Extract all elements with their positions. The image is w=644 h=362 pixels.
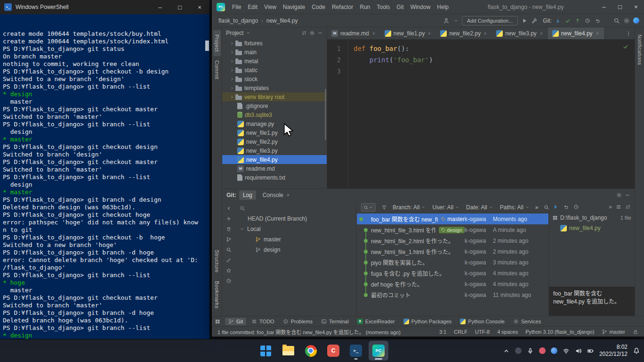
menu-file[interactable]: File — [229, 0, 244, 14]
commit-row[interactable]: piyo 関数を実装した。k-ogawa3 minutes ago — [357, 257, 548, 268]
project-item-readme-md[interactable]: readme.md — [222, 164, 327, 173]
tray-app-icon[interactable] — [515, 347, 522, 354]
volume-icon[interactable] — [575, 347, 582, 354]
build-icon[interactable] — [531, 17, 538, 24]
commit-search-field[interactable] — [361, 203, 376, 212]
powershell-terminal[interactable]: create mode 100644 templates/stock/buy.h… — [0, 14, 209, 339]
chevron-down-icon[interactable] — [246, 31, 250, 35]
more-filters[interactable]: » — [535, 204, 539, 211]
filter-branch-all[interactable]: Branch: All — [393, 204, 426, 211]
close-icon[interactable] — [427, 31, 432, 36]
filter-paths-all[interactable]: Paths: All — [500, 204, 530, 211]
project-item-templates[interactable]: templates — [222, 83, 327, 92]
commit-row[interactable]: new_html_file_2.html を作った。k-ogawa2 minut… — [357, 235, 548, 246]
chevron-right-icon[interactable] — [230, 77, 234, 82]
project-item-new-file3-py[interactable]: new_file3.py — [222, 146, 327, 155]
settings-icon[interactable] — [616, 192, 622, 198]
commit-row[interactable]: fuga を含む .py を追加した。k-ogawa4 minutes ago — [357, 268, 548, 279]
chevron-up-icon[interactable] — [503, 347, 510, 354]
battery-icon[interactable] — [587, 347, 594, 354]
editor-tab-new-file4-py[interactable]: new_file4.py — [548, 27, 604, 39]
toolwindow-button-problems[interactable]: Problems — [280, 318, 316, 325]
history-icon[interactable] — [226, 278, 232, 284]
file-explorer-taskbar-button[interactable] — [278, 341, 298, 361]
minimize-button[interactable]: – — [596, 0, 612, 14]
pycharm-taskbar-button[interactable]: PC — [369, 341, 388, 361]
toolwindow-button-python-console[interactable]: Python Console — [457, 318, 508, 325]
toolwindow-button-terminal[interactable]: Terminal — [318, 318, 352, 325]
settings-icon[interactable] — [309, 30, 315, 36]
encoding-indicator[interactable]: UTF-8 — [475, 329, 490, 335]
edit-icon[interactable] — [226, 257, 232, 263]
chrome-taskbar-button[interactable] — [301, 341, 321, 361]
interpreter-indicator[interactable]: Python 3.10 (flask_to_django) — [525, 329, 594, 335]
project-item-new-file4-py[interactable]: new_file4.py — [222, 155, 327, 164]
breadcrumb-project[interactable]: flask_to_django — [218, 17, 258, 24]
breadcrumb-file[interactable]: new_file4.py — [266, 17, 298, 24]
minimize-button[interactable]: – — [150, 0, 170, 14]
changed-files-root[interactable]: D:\flask_to_django 1 file — [549, 213, 635, 223]
editor-tab-new-file2-py[interactable]: new_file2.py — [436, 27, 492, 39]
editor-tab-new-file1-py[interactable]: new_file1.py — [380, 27, 436, 39]
project-item-metal[interactable]: metal — [222, 57, 327, 66]
project-item-new-file1-py[interactable]: new_file1.py — [222, 128, 327, 137]
caret-position[interactable]: 3:1 — [439, 329, 446, 335]
commit-row[interactable]: new_html_file_1.html を作った。k-ogawa2 minut… — [357, 246, 548, 257]
chevron-right-icon[interactable] — [230, 68, 234, 73]
close-button[interactable]: × — [190, 0, 209, 14]
menu-edit[interactable]: Edit — [244, 0, 261, 14]
commit-row[interactable]: def hoge を作った。k-ogawa4 minutes ago — [357, 279, 548, 289]
more-tabs-icon[interactable] — [626, 31, 635, 36]
hide-panel-icon[interactable] — [317, 30, 323, 36]
tray-red-icon[interactable] — [539, 347, 546, 354]
project-panel-title[interactable]: Project — [226, 30, 243, 36]
chevron-right-icon[interactable] — [230, 86, 234, 90]
project-item-requirements-txt[interactable]: requirements.txt — [222, 173, 327, 182]
sort-icon[interactable] — [625, 204, 631, 210]
red-app-taskbar-button[interactable]: C — [323, 341, 343, 361]
pycharm-titlebar[interactable]: PC FileEditViewNavigateCodeRefactorRunTo… — [212, 0, 644, 14]
close-icon[interactable] — [371, 31, 376, 36]
toolwindow-button-services[interactable]: Services — [510, 318, 544, 325]
chevron-right-icon[interactable] — [230, 59, 234, 64]
menu-window[interactable]: Window — [407, 0, 434, 14]
start-taskbar-button[interactable] — [256, 341, 275, 361]
branch-indicator[interactable]: master — [602, 329, 625, 335]
close-icon[interactable] — [539, 31, 544, 36]
commit-row[interactable]: new_html_file_3.html を作っdesignk-ogawaA m… — [357, 224, 548, 235]
more-icon[interactable]: » — [609, 204, 612, 210]
git-tab-console[interactable]: Console — [259, 190, 294, 200]
branch-icon[interactable] — [226, 237, 232, 242]
project-item-venv-library-root[interactable]: venv library root — [222, 92, 327, 101]
branch-search-field[interactable] — [235, 203, 356, 214]
toolwindow-button-git[interactable]: Git — [225, 318, 246, 325]
star-icon[interactable] — [226, 268, 232, 273]
history-icon[interactable] — [585, 18, 590, 24]
tool-tab-project[interactable]: Project — [213, 30, 221, 56]
menu-view[interactable]: View — [261, 0, 280, 14]
wifi-icon[interactable] — [563, 347, 570, 354]
branch-group-local[interactable]: Local — [235, 224, 356, 234]
bell-icon[interactable] — [633, 347, 640, 354]
push-icon[interactable] — [575, 18, 580, 24]
collapse-icon[interactable] — [226, 206, 232, 211]
hide-panel-icon[interactable] — [625, 192, 630, 198]
add-configuration-button[interactable]: Add Configuration... — [462, 16, 518, 25]
tool-window-switcher-icon[interactable] — [215, 319, 220, 324]
chevron-right-icon[interactable] — [230, 50, 234, 55]
chevron-right-icon[interactable] — [230, 95, 234, 99]
changes-icon[interactable] — [553, 204, 558, 210]
commit-icon[interactable] — [565, 18, 571, 24]
menu-tools[interactable]: Tools — [373, 0, 393, 14]
maximize-button[interactable]: □ — [612, 0, 628, 14]
project-item-new-file2-py[interactable]: new_file2.py — [222, 137, 327, 146]
powershell-taskbar-button[interactable]: >_ — [346, 341, 366, 361]
tool-tab-bookmarks[interactable]: Bookmarks — [213, 277, 221, 313]
code-area[interactable]: def foo_bar(): print('foo_bar') — [348, 40, 433, 189]
search-icon[interactable] — [613, 17, 620, 24]
menu-run[interactable]: Run — [356, 0, 373, 14]
menu-help[interactable]: Help — [434, 0, 452, 14]
inspections-ok-icon[interactable] — [623, 44, 628, 49]
editor-tab-new-file3-py[interactable]: new_file3.py — [492, 27, 548, 39]
rollback-icon[interactable] — [595, 18, 600, 24]
